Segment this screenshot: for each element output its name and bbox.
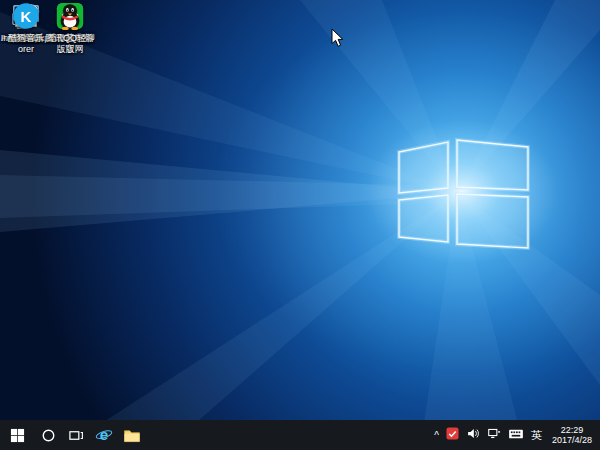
tray-app-icon[interactable] (446, 426, 459, 444)
taskbar: e ^ (0, 420, 600, 450)
system-tray: ^ (434, 420, 600, 450)
desktop: Administra... 此电脑 网络 (0, 0, 600, 450)
clock-time: 22:29 (549, 425, 595, 435)
wallpaper-windows-hero (0, 0, 600, 450)
cortana-search-button[interactable] (34, 420, 62, 450)
task-view-icon (68, 428, 84, 443)
internet-explorer-icon: e (95, 426, 113, 444)
qq-penguin-icon (54, 0, 86, 32)
task-view-button[interactable] (62, 420, 90, 450)
file-explorer-icon (123, 428, 141, 443)
ime-indicator[interactable]: 英 (531, 428, 542, 443)
taskbar-internet-explorer-button[interactable]: e (90, 420, 118, 450)
tray-clock[interactable]: 22:29 2017/4/28 (549, 425, 595, 445)
taskbar-left-group: e (0, 420, 146, 450)
desktop-icon-label: 腾讯QQ轻聊版 (44, 33, 96, 55)
touch-keyboard-icon[interactable] (508, 426, 524, 444)
network-icon[interactable] (487, 426, 501, 444)
ie-letter: e (100, 426, 109, 443)
clock-date: 2017/4/28 (549, 435, 595, 445)
start-button[interactable] (0, 420, 34, 450)
cortana-search-icon (41, 428, 56, 443)
file-explorer-button[interactable] (118, 420, 146, 450)
desktop-icon-qq[interactable]: 腾讯QQ轻聊版 (44, 0, 96, 55)
kugou-music-icon: K (10, 0, 42, 32)
volume-icon[interactable] (466, 426, 480, 444)
chevron-up-icon[interactable]: ^ (434, 431, 439, 441)
desktop-icon-label: 酷狗音乐 (8, 33, 44, 44)
start-icon (10, 428, 25, 443)
kugou-letter: K (21, 8, 32, 25)
